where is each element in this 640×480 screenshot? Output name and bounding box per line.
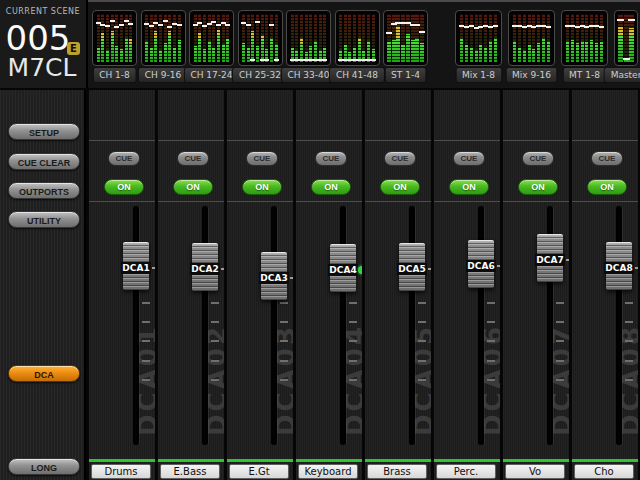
strip-divider	[434, 201, 500, 202]
on-button-dca7[interactable]: ON	[518, 179, 558, 195]
meter-block-label-mix-9-16: Mix 9-16	[505, 67, 558, 83]
meter-bar	[475, 14, 478, 62]
fader-strip-dca2: CUEONDCA02DCA2E.Bass	[158, 90, 224, 480]
outports-button[interactable]: OUTPORTS	[8, 182, 80, 199]
current-scene-panel[interactable]: CURRENT SCENE 005 E M7CL	[0, 0, 88, 88]
current-scene-label: CURRENT SCENE	[0, 7, 86, 16]
fader-position-mark	[493, 25, 498, 27]
channel-name-perc[interactable]: Perc.	[436, 464, 496, 479]
meter-bar	[300, 14, 303, 62]
cue-clear-button[interactable]: CUE CLEAR	[8, 153, 80, 170]
nominal-level-dash	[428, 268, 431, 270]
meter-bar	[420, 14, 424, 62]
fader-knob-dca6[interactable]: DCA6	[468, 240, 494, 288]
meter-bar	[305, 14, 308, 62]
meter-block-mix-1-8[interactable]	[455, 10, 502, 66]
meter-bar	[194, 14, 197, 62]
meter-block-mix-9-16[interactable]	[508, 10, 555, 66]
meter-bar	[291, 14, 294, 62]
cue-button-dca2[interactable]: CUE	[177, 151, 209, 166]
fader-strip-dca5: CUEONDCA05DCA5Brass	[365, 90, 431, 480]
meter-bar	[358, 14, 361, 62]
on-button-dca5[interactable]: ON	[380, 179, 420, 195]
channel-color-bar	[158, 459, 224, 462]
channel-name-e-gt[interactable]: E.Gt	[229, 464, 289, 479]
fader-knob-label: DCA6	[466, 260, 496, 272]
cue-button-dca6[interactable]: CUE	[453, 151, 485, 166]
fader-knob-dca8[interactable]: DCA8	[606, 242, 632, 290]
on-button-dca6[interactable]: ON	[449, 179, 489, 195]
meter-block-ch-33-40[interactable]	[286, 10, 331, 66]
meter-bar	[576, 14, 579, 62]
meter-bar	[532, 14, 535, 62]
meter-block-master[interactable]	[614, 10, 638, 66]
meter-block-mt-1-8[interactable]	[561, 10, 608, 66]
cue-button-dca8[interactable]: CUE	[591, 151, 623, 166]
meter-bar	[150, 14, 153, 62]
fader-position-mark	[193, 24, 198, 26]
channel-name-brass[interactable]: Brass	[367, 464, 427, 479]
utility-button[interactable]: UTILITY	[8, 211, 80, 228]
fader-scale-tick	[142, 302, 150, 304]
long-faders-button[interactable]: LONG FADERS	[8, 458, 80, 475]
cue-button-dca7[interactable]: CUE	[522, 151, 554, 166]
cue-button-dca5[interactable]: CUE	[384, 151, 416, 166]
channel-name-drums[interactable]: Drums	[91, 464, 151, 479]
channel-name-vo[interactable]: Vo	[505, 464, 565, 479]
meter-bar	[164, 14, 167, 62]
fader-strip-dca8: CUEONDCA08DCA8Cho	[572, 90, 638, 480]
fader-knob-dca1[interactable]: DCA1	[123, 242, 149, 290]
channel-color-bar	[365, 459, 431, 462]
fader-track-dca2[interactable]	[202, 206, 208, 445]
fader-strip-dca1: CUEONDCA01DCA1Drums	[89, 90, 155, 480]
on-button-dca3[interactable]: ON	[242, 179, 282, 195]
meter-block-ch-41-48[interactable]	[335, 10, 380, 66]
fader-position-mark	[250, 59, 255, 61]
meter-block-ch-17-24[interactable]	[189, 10, 234, 66]
nominal-level-dash	[152, 267, 155, 269]
fader-position-mark	[105, 25, 110, 27]
meter-bar	[372, 14, 375, 62]
fader-position-mark	[264, 59, 269, 61]
setup-button[interactable]: SETUP	[8, 123, 80, 140]
fader-knob-dca2[interactable]: DCA2	[192, 243, 218, 291]
channel-color-bar	[227, 459, 293, 462]
meter-bar	[537, 14, 540, 62]
channel-name-e-bass[interactable]: E.Bass	[160, 464, 220, 479]
fader-scale-tick	[142, 379, 150, 381]
cue-button-dca4[interactable]: CUE	[315, 151, 347, 166]
meter-bar	[226, 14, 229, 62]
fader-position-mark	[119, 24, 124, 26]
fader-knob-dca4[interactable]: DCA4	[330, 244, 356, 292]
strip-divider	[227, 140, 293, 141]
on-button-dca1[interactable]: ON	[104, 179, 144, 195]
meter-bar	[212, 14, 215, 62]
fader-scale-tick	[487, 379, 495, 381]
strip-divider	[296, 201, 362, 202]
meter-bar	[173, 14, 176, 62]
fader-scale-tick	[625, 321, 633, 323]
cue-button-dca1[interactable]: CUE	[108, 151, 140, 166]
on-button-dca2[interactable]: ON	[173, 179, 213, 195]
meter-block-label-mix-1-8: Mix 1-8	[455, 67, 502, 83]
meter-bar	[339, 14, 342, 62]
fader-position-mark	[628, 19, 635, 21]
dca-bank-button[interactable]: DCA	[8, 365, 80, 382]
meter-block-ch-1-8[interactable]	[92, 10, 137, 66]
fader-knob-dca5[interactable]: DCA5	[399, 243, 425, 291]
meter-block-st-1-4[interactable]	[383, 10, 428, 66]
channel-name-cho[interactable]: Cho	[574, 464, 634, 479]
fader-knob-dca7[interactable]: DCA7	[537, 234, 563, 282]
sidebar: SETUP CUE CLEAR OUTPORTS UTILITY DCA LON…	[0, 90, 86, 480]
fader-knob-dca3[interactable]: DCA3	[261, 252, 287, 300]
meter-bar	[256, 14, 259, 62]
on-button-dca4[interactable]: ON	[311, 179, 351, 195]
meter-block-ch-9-16[interactable]	[141, 10, 186, 66]
fader-track-dca5[interactable]	[409, 206, 415, 445]
on-button-dca8[interactable]: ON	[587, 179, 627, 195]
fader-track-dca4[interactable]	[340, 206, 346, 445]
cue-button-dca3[interactable]: CUE	[246, 151, 278, 166]
channel-name-keyboard[interactable]: Keyboard	[298, 464, 358, 479]
meter-block-ch-25-32[interactable]	[238, 10, 283, 66]
fader-track-dca3[interactable]	[271, 206, 277, 445]
